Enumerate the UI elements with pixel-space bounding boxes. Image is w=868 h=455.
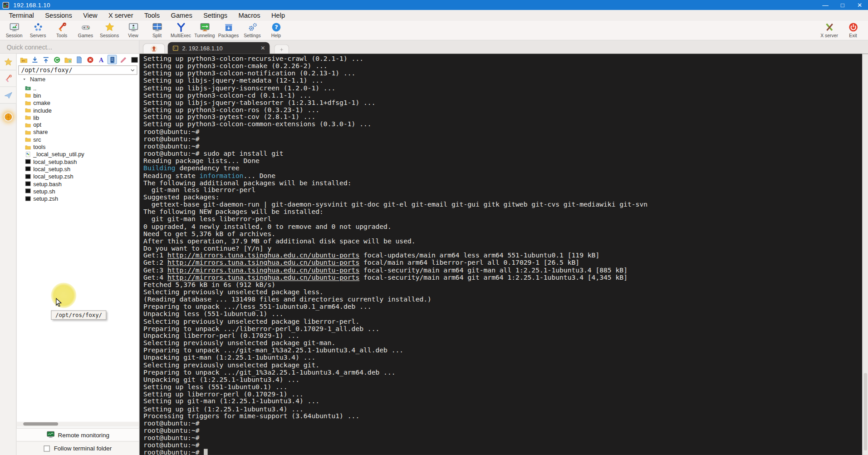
terminal-line: Unpacking git (1:2.25.1-1ubuntu3.4) ... [143,376,859,383]
file-tool-qt-download-icon[interactable] [30,55,39,64]
toolbar-button-exit[interactable]: Exit [841,21,865,38]
file-tool-qt-folder-icon[interactable] [19,55,28,64]
toolbar-button-x-server[interactable]: X server [817,21,841,38]
terminal-line: git git-man less liberror-perl [143,216,859,223]
path-combo[interactable]: /opt/ros/foxy/ [18,65,137,75]
tab-session-active[interactable]: 2. 192.168.1.10 ✕ [168,42,270,54]
folder-icon [25,92,31,98]
file-row-bin[interactable]: bin [17,92,139,99]
qt-rename-icon: A [97,56,105,64]
file-tool-qt-upload-icon[interactable] [41,55,50,64]
terminal-line: Suggested packages: [143,194,859,201]
file-tool-qt-new-file-icon[interactable] [74,55,84,64]
file-row-local-setup-bash[interactable]: local_setup.bash [17,158,139,165]
terminal-line: Selecting previously unselected package … [143,289,859,296]
file-row-setup-sh[interactable]: setup.sh [17,188,139,195]
file-tool-qt-new-folder-icon[interactable] [63,55,73,64]
menu-item-x-server[interactable]: X server [103,12,139,20]
terminal-scrollbar-thumb[interactable] [864,373,867,450]
terminal-line: (Reading database ... 131498 files and d… [143,296,859,303]
home-tab-button[interactable] [143,43,165,54]
file-row-share[interactable]: share [17,129,139,136]
view-icon [128,22,138,32]
macros-tab[interactable] [0,109,16,125]
terminal-line: git-man less liberror-perl [143,187,859,194]
folder-icon [25,136,31,142]
terminal-scrollbar[interactable] [862,54,868,455]
menu-item-sessions[interactable]: Sessions [39,12,78,20]
toolbar-label: Settings [244,33,260,38]
sessions-tab[interactable] [0,54,16,70]
sftp-tab[interactable] [0,87,16,104]
horizontal-scrollbar[interactable] [17,422,139,427]
file-tool-qt-refresh-icon[interactable] [52,55,62,64]
terminal-line: root@ubuntu:~# [143,427,859,435]
main-area: A /opt/ros/foxy/ Name ..bincmakeincludel… [0,40,868,455]
toolbar-button-settings[interactable]: Settings [240,21,264,38]
file-row-local-setup-sh[interactable]: local_setup.sh [17,165,139,173]
file-row-cmake[interactable]: cmake [17,99,139,106]
menu-item-tools[interactable]: Tools [139,12,166,20]
close-button[interactable]: ✕ [851,0,868,10]
toolbar-button-games[interactable]: Games [74,21,97,38]
paper-plane-icon [4,91,13,100]
menu-item-settings[interactable]: Settings [198,12,233,20]
toolbar-label: Split [152,33,162,38]
sidebar-tab-strip [0,54,17,455]
toolbar-button-servers[interactable]: Servers [26,21,49,38]
toolbar-button-help[interactable]: ?Help [264,21,288,38]
tools-tab[interactable] [0,70,16,87]
file-row-tools[interactable]: tools [17,143,139,150]
toolbar-button-split[interactable]: Split [145,21,169,38]
file-row-[interactable]: .. [17,84,139,92]
file-name: local_setup.sh [33,166,70,173]
menu-item-macros[interactable]: Macros [233,12,265,20]
toolbar-button-tools[interactable]: Tools [50,21,74,38]
remote-monitoring-button[interactable]: Remote monitoring [17,428,139,442]
file-row-opt[interactable]: opt [17,121,139,129]
file-tool-qt-terminal-icon[interactable] [130,55,139,64]
chevron-down-icon[interactable] [128,66,137,74]
file-row-local-setup-zsh[interactable]: local_setup.zsh [17,173,139,180]
file-row-lib[interactable]: lib [17,114,139,121]
new-tab-button[interactable] [274,45,289,54]
folder-icon [25,107,31,113]
toolbar-button-view[interactable]: View [121,21,145,38]
toolbar-button-multiexec[interactable]: MultiExec [169,21,192,38]
file-tool-qt-delete-icon[interactable] [85,55,95,64]
tab-close-icon[interactable]: ✕ [260,45,265,51]
toolbar-label: Help [271,33,281,38]
terminal-line: Setting up python3-colcon-notification (… [143,70,859,77]
file-tool-qt-tracking-icon[interactable] [108,55,117,64]
xserver-icon [824,22,834,32]
toolbar-button-tunneling[interactable]: Tunneling [193,21,216,38]
file-row-local-setup-util-py[interactable]: _local_setup_util.py [17,151,139,158]
file-row-setup-bash[interactable]: setup.bash [17,180,139,187]
minimize-button[interactable]: — [817,0,834,10]
toolbar-label: Games [78,33,93,38]
file-row-include[interactable]: include [17,106,139,114]
quick-connect-input[interactable] [0,43,139,51]
toolbar-button-session[interactable]: Session [2,21,26,38]
menu-item-terminal[interactable]: Terminal [3,12,39,20]
menu-item-view[interactable]: View [78,12,103,20]
window-title: 192.168.1.10 [13,2,50,9]
qt-download-icon [31,56,39,64]
terminal-line: root@ubuntu:~# [143,129,859,136]
horizontal-scrollbar-thumb[interactable] [23,422,58,425]
file-tool-qt-edit-icon[interactable] [118,55,128,64]
menu-item-games[interactable]: Games [165,12,198,20]
file-row-setup-zsh[interactable]: setup.zsh [17,195,139,202]
maximize-button[interactable]: □ [834,0,851,10]
follow-terminal-checkbox[interactable] [44,445,50,451]
file-tool-qt-rename-icon[interactable]: A [96,55,106,64]
file-row-src[interactable]: src [17,136,139,143]
terminal[interactable]: Setting up python3-colcon-recursive-craw… [140,54,868,455]
terminal-line: root@ubuntu:~# sudo apt install git [143,150,859,158]
session-icon [9,22,19,32]
menu-item-help[interactable]: Help [266,12,291,20]
toolbar-button-sessions[interactable]: Sessions [98,21,121,38]
file-name: bin [33,92,41,99]
file-list-header[interactable]: Name [17,75,139,83]
toolbar-button-packages[interactable]: Packages [216,21,240,38]
